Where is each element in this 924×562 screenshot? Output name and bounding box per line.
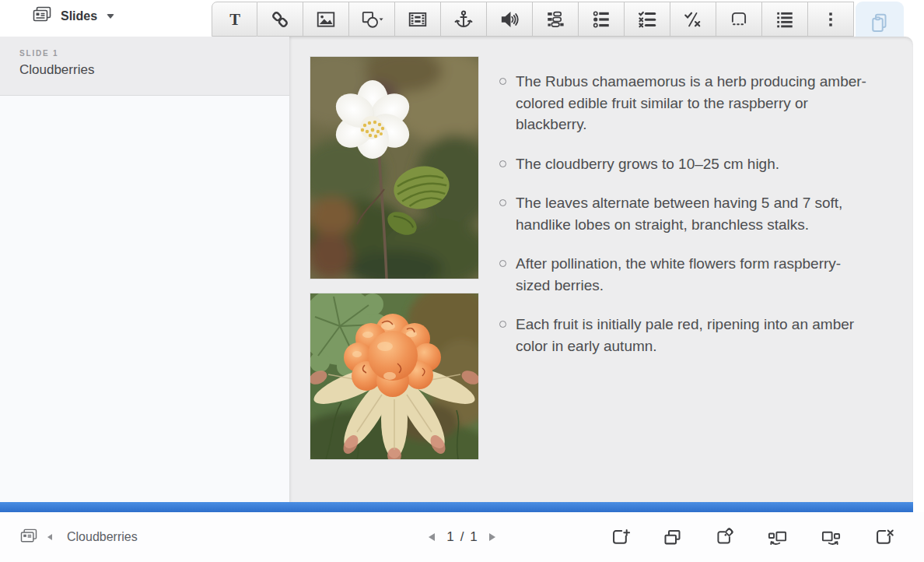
slides-menu-label: Slides (61, 9, 97, 23)
current-page: 1 (446, 529, 453, 545)
slides-panel: SLIDE 1 Cloudberries (0, 37, 289, 502)
cloudberry-fruit-photo[interactable] (310, 293, 478, 459)
next-slide-arrow[interactable] (489, 533, 495, 541)
add-slide-icon (610, 527, 631, 548)
anchor-icon (453, 9, 474, 30)
slides-editor-window: Slides T (0, 0, 924, 562)
slides-menu-button[interactable]: Slides (33, 6, 114, 26)
slide-number-label: SLIDE 1 (19, 49, 289, 58)
page-separator: / (460, 529, 464, 545)
layout-blocks-icon (545, 9, 565, 30)
cloudberry-flower-photo[interactable] (310, 57, 478, 279)
slides-small-icon (20, 529, 37, 546)
progress-divider-bar (0, 502, 913, 512)
slides-icon (33, 6, 51, 26)
status-bar: Cloudberries 1 / 1 (0, 512, 924, 562)
presentation-title: Cloudberries (67, 530, 138, 544)
animation-list-button[interactable] (579, 2, 625, 37)
send-backward-button[interactable] (766, 527, 789, 548)
header-bar: Slides T (0, 0, 924, 37)
previous-slide-arrow[interactable] (429, 533, 435, 541)
layout-blocks-button[interactable] (533, 2, 579, 37)
checklist-icon (637, 9, 657, 30)
image-button[interactable] (303, 2, 349, 37)
clipboard-icon (868, 12, 891, 35)
duplicate-slide-icon (662, 527, 683, 548)
add-slide-button[interactable] (610, 527, 631, 548)
audio-button[interactable] (487, 2, 533, 37)
fill-format-icon (714, 527, 735, 548)
bullet-item: The Rubus chamaemorus is a herb producin… (499, 71, 871, 135)
slide-thumbnail-item-1[interactable]: SLIDE 1 Cloudberries (0, 37, 289, 96)
bring-forward-button[interactable] (820, 527, 842, 548)
image-icon (316, 9, 336, 30)
text-button[interactable]: T (212, 2, 257, 37)
statusbar-left-group: Cloudberries (20, 512, 138, 562)
total-pages: 1 (470, 529, 477, 545)
shapes-button[interactable] (349, 2, 395, 37)
collapse-panel-chevron[interactable] (47, 534, 52, 540)
duplicate-slide-button[interactable] (662, 527, 683, 548)
statusbar-actions (610, 512, 894, 562)
fill-format-button[interactable] (714, 527, 735, 548)
svg-text:T: T (229, 10, 240, 27)
selection-frame-icon (729, 9, 749, 30)
more-options-button[interactable] (808, 2, 854, 37)
bring-forward-icon (820, 527, 842, 548)
bullet-item: Each fruit is initially pale red, ripeni… (499, 314, 871, 357)
text-icon: T (225, 9, 245, 30)
bullet-item: The leaves alternate between having 5 an… (499, 192, 871, 235)
bullet-item: The cloudberry grows to 10–25 cm high. (499, 153, 871, 175)
slide-text-box[interactable]: The Rubus chamaemorus is a herb producin… (499, 71, 871, 374)
animation-list-icon (591, 9, 611, 30)
true-false-icon (683, 9, 703, 30)
audio-icon (499, 9, 520, 30)
list-button[interactable] (762, 2, 808, 37)
remove-slide-button[interactable] (873, 527, 894, 548)
more-options-icon (821, 9, 841, 30)
list-icon (775, 9, 795, 30)
slide-canvas: The Rubus chamaemorus is a herb producin… (289, 37, 913, 502)
selection-frame-button[interactable] (716, 2, 762, 37)
video-icon (408, 9, 428, 30)
slide-navigator: 1 / 1 (408, 512, 516, 562)
send-backward-icon (766, 527, 789, 548)
link-icon (270, 9, 290, 30)
page-indicator: 1 / 1 (446, 529, 478, 545)
remove-slide-icon (873, 527, 894, 548)
chevron-down-icon (107, 14, 114, 19)
link-button[interactable] (257, 2, 303, 37)
checklist-button[interactable] (625, 2, 670, 37)
shapes-icon (360, 9, 383, 30)
bullet-item: After pollination, the white flowers for… (499, 253, 871, 296)
slide-title-label: Cloudberries (19, 62, 289, 78)
video-button[interactable] (395, 2, 441, 37)
true-false-button[interactable] (670, 2, 716, 37)
anchor-button[interactable] (441, 2, 487, 37)
